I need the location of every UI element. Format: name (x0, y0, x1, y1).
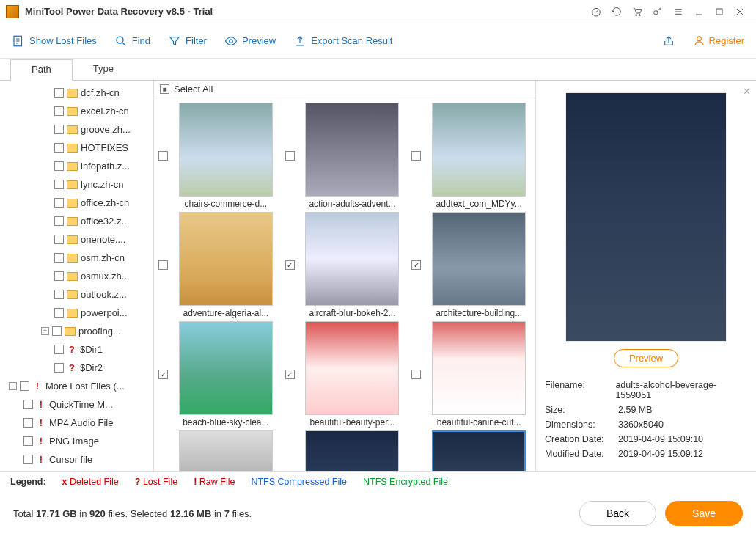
select-all-row[interactable]: ■ Select All (154, 81, 535, 98)
minimize-icon[interactable] (689, 1, 709, 22)
tree-item[interactable]: ?$Dir1 (3, 340, 153, 359)
tree-checkbox[interactable] (54, 143, 64, 153)
tree-item[interactable]: lync.zh-cn (3, 175, 153, 194)
tab-path[interactable]: Path (10, 59, 73, 81)
thumbnail-checkbox[interactable] (411, 151, 421, 161)
tree-item[interactable]: groove.zh... (3, 120, 153, 139)
tree-item[interactable]: onenote.... (3, 230, 153, 249)
thumbnail-cell[interactable]: beach-blue-sky-clea... (155, 321, 281, 428)
thumbnail-cell[interactable]: chairs-commerce-d... (155, 103, 281, 209)
thumbnail-cell[interactable]: aircraft-blur-bokeh-2... (282, 212, 408, 318)
thumbnail-checkbox[interactable] (158, 151, 168, 161)
tree-checkbox[interactable] (54, 161, 64, 171)
tree-checkbox[interactable] (54, 253, 64, 263)
thumbnail-cell[interactable]: beautiful-beauty-per... (282, 321, 408, 428)
tree-item[interactable]: excel.zh-cn (3, 102, 153, 120)
tree-item[interactable]: !MP4 Audio File (3, 414, 153, 432)
preview-toggle-button[interactable]: Preview (224, 34, 276, 48)
thumbnail-checkbox[interactable] (158, 370, 168, 379)
tree-checkbox[interactable] (54, 308, 64, 318)
tree-checkbox[interactable] (52, 326, 62, 336)
thumbnail-image[interactable] (305, 212, 399, 306)
key-icon[interactable] (647, 1, 668, 22)
thumbnail-image[interactable] (305, 321, 399, 415)
tree-item[interactable]: !Cursor file (3, 450, 153, 469)
thumbnail-checkbox[interactable] (411, 260, 421, 270)
tree-item[interactable]: office32.z... (3, 212, 153, 230)
tree-item[interactable]: +proofing.... (3, 322, 153, 340)
thumbnail-checkbox[interactable] (411, 370, 421, 379)
thumbnail-cell[interactable]: 4k-wallpaper-astron... (282, 430, 408, 471)
thumbnail-cell[interactable]: architecture-building... (408, 212, 534, 318)
tree-checkbox[interactable] (54, 216, 64, 226)
tree-checkbox[interactable] (23, 418, 33, 428)
tree-checkbox[interactable] (23, 400, 33, 409)
filter-button[interactable]: Filter (168, 34, 207, 48)
thumbnail-image[interactable] (179, 430, 273, 471)
refresh-icon[interactable] (606, 1, 627, 22)
preview-button[interactable]: Preview (614, 349, 678, 367)
thumbnail-image[interactable] (432, 103, 526, 197)
thumbnail-image[interactable] (179, 212, 273, 306)
thumbnail-cell[interactable]: action-adults-advent... (282, 103, 408, 209)
thumbnail-image[interactable] (305, 103, 399, 197)
thumbnail-checkbox[interactable] (158, 260, 168, 270)
tree-item[interactable]: dcf.zh-cn (3, 84, 153, 102)
tree-item[interactable]: osm.zh-cn (3, 249, 153, 267)
find-button[interactable]: Find (114, 34, 150, 48)
tree-checkbox[interactable] (54, 198, 64, 208)
thumbnail-checkbox[interactable] (285, 370, 295, 379)
thumbnail-cell[interactable]: beautiful-canine-cut... (408, 321, 534, 428)
tree-checkbox[interactable] (54, 363, 64, 373)
tree-item[interactable]: outlook.z... (3, 285, 153, 304)
tree-item[interactable]: !QuickTime M... (3, 395, 153, 414)
tree-checkbox[interactable] (54, 290, 64, 299)
save-button[interactable]: Save (665, 501, 743, 526)
thumbnail-checkbox[interactable] (285, 260, 295, 270)
thumbnail-cell[interactable]: blur-branches-cryst... (155, 430, 281, 471)
share-button[interactable] (662, 34, 675, 48)
cart-icon[interactable] (627, 1, 647, 22)
tree-checkbox[interactable] (54, 88, 64, 98)
tree-checkbox[interactable] (20, 381, 29, 391)
export-scan-button[interactable]: Export Scan Result (293, 34, 392, 48)
preview-close-icon[interactable]: × (744, 85, 750, 98)
tree-item[interactable]: infopath.z... (3, 157, 153, 175)
tree-checkbox[interactable] (54, 235, 64, 244)
tree-item[interactable]: HOTFIXES (3, 139, 153, 157)
tree-item[interactable]: ?$Dir2 (3, 359, 153, 377)
register-button[interactable]: Register (693, 34, 744, 47)
close-icon[interactable] (730, 1, 750, 22)
tree-checkbox[interactable] (54, 106, 64, 116)
thumbnail-cell[interactable]: adventure-algeria-al... (155, 212, 281, 318)
thumbnail-cell[interactable]: adults-alcohol-bever... (408, 430, 534, 471)
tree-checkbox[interactable] (54, 345, 64, 354)
folder-tree[interactable]: dcf.zh-cnexcel.zh-cngroove.zh...HOTFIXES… (0, 81, 154, 471)
file-grid-scroll[interactable]: chairs-commerce-d...action-adults-advent… (154, 98, 535, 471)
thumbnail-checkbox[interactable] (285, 151, 295, 161)
expander-icon[interactable]: - (9, 382, 17, 390)
show-lost-files-button[interactable]: Show Lost Files (12, 34, 97, 48)
tree-checkbox[interactable] (54, 180, 64, 189)
thumbnail-image[interactable] (432, 212, 526, 306)
expander-icon[interactable]: + (41, 327, 49, 335)
tree-item[interactable]: !PNG Image (3, 432, 153, 450)
tree-item[interactable]: powerpoi... (3, 304, 153, 322)
menu-icon[interactable] (668, 1, 689, 22)
back-button[interactable]: Back (579, 501, 656, 526)
thumbnail-image[interactable] (432, 430, 526, 471)
tree-item[interactable]: office.zh-cn (3, 194, 153, 212)
thumbnail-image[interactable] (179, 103, 273, 197)
tree-checkbox[interactable] (23, 455, 33, 464)
thumbnail-image[interactable] (305, 430, 399, 471)
tree-checkbox[interactable] (54, 125, 64, 134)
tree-checkbox[interactable] (54, 271, 64, 281)
tree-checkbox[interactable] (23, 436, 33, 446)
tab-type[interactable]: Type (73, 59, 134, 81)
tree-item[interactable]: osmux.zh... (3, 267, 153, 285)
thumbnail-image[interactable] (179, 321, 273, 415)
select-all-checkbox[interactable]: ■ (160, 84, 169, 94)
tree-item[interactable]: -!More Lost Files (... (3, 377, 153, 395)
maximize-icon[interactable] (709, 1, 730, 22)
speed-icon[interactable] (586, 1, 606, 22)
